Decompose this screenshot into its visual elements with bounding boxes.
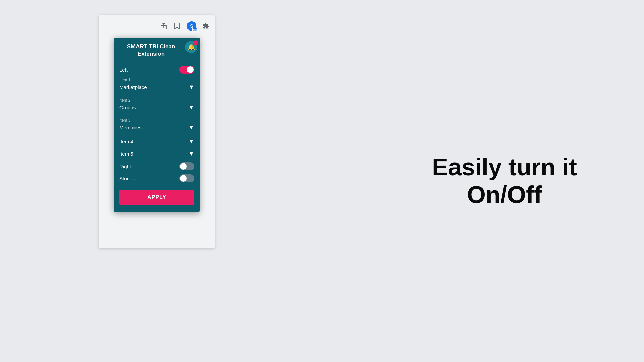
share-icon[interactable] (160, 22, 167, 30)
left-toggle-knob (187, 66, 194, 73)
item5-value: Item 5 (119, 151, 133, 157)
bookmark-icon[interactable] (173, 22, 181, 30)
item5-dropdown[interactable]: Item 5 ▼ (119, 150, 194, 160)
stories-toggle-knob (180, 175, 187, 182)
item4-arrow-icon: ▼ (188, 138, 194, 145)
right-toggle-knob (180, 163, 187, 170)
right-toggle-label: Right (119, 164, 131, 169)
right-toggle-switch[interactable] (179, 162, 194, 170)
extension-popup: 🔔 SMART-TBI Clean Extension Left Item 1 … (114, 38, 200, 212)
notification-dot (193, 40, 198, 45)
item3-dropdown[interactable]: Memories ▼ (119, 124, 194, 134)
on-badge: ON (192, 28, 198, 32)
popup-content: Left Item 1 Marketplace ▼ Item 2 Groups … (114, 63, 200, 212)
stories-toggle-switch[interactable] (179, 174, 194, 182)
stories-toggle-row: Stories (119, 174, 194, 182)
item2-value: Groups (119, 105, 136, 110)
apply-button[interactable]: APPLY (119, 190, 194, 205)
left-toggle-row: Left (119, 66, 194, 74)
stories-toggle-label: Stories (119, 176, 135, 181)
item1-dropdown[interactable]: Marketplace ▼ (119, 84, 194, 94)
extensions-icon[interactable] (202, 22, 210, 30)
main-heading: Easily turn it On/Off (432, 153, 577, 209)
heading-line1: Easily turn it (432, 154, 577, 180)
item2-label: Item 2 (119, 98, 194, 103)
item1-value: Marketplace (119, 84, 147, 90)
right-toggle-row: Right (119, 162, 194, 170)
heading-line2: On/Off (467, 181, 542, 208)
item2-arrow-icon: ▼ (188, 104, 194, 111)
notification-bell-area: 🔔 (183, 38, 200, 56)
item5-arrow-icon: ▼ (188, 150, 194, 157)
item1-arrow-icon: ▼ (188, 84, 194, 91)
left-toggle-switch[interactable] (179, 66, 194, 74)
item3-arrow-icon: ▼ (188, 124, 194, 131)
item1-label: Item 1 (119, 78, 194, 82)
left-toggle-label: Left (119, 67, 128, 73)
extension-active-icon[interactable]: S ON (187, 21, 196, 31)
right-content-area: Easily turn it On/Off (432, 153, 577, 209)
item2-dropdown[interactable]: Groups ▼ (119, 104, 194, 114)
browser-toolbar: S ON (99, 15, 215, 37)
item4-value: Item 4 (119, 139, 133, 144)
item4-dropdown[interactable]: Item 4 ▼ (119, 138, 194, 148)
item3-label: Item 3 (119, 118, 194, 123)
item3-value: Memories (119, 125, 142, 130)
